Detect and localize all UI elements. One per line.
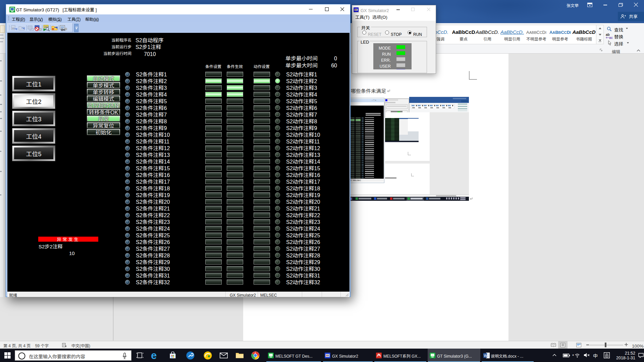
svg-text:W: W bbox=[484, 354, 488, 358]
svg-text:R: R bbox=[52, 27, 54, 31]
svg-text:W: W bbox=[12, 27, 14, 30]
svg-text:DEV: DEV bbox=[44, 25, 49, 28]
